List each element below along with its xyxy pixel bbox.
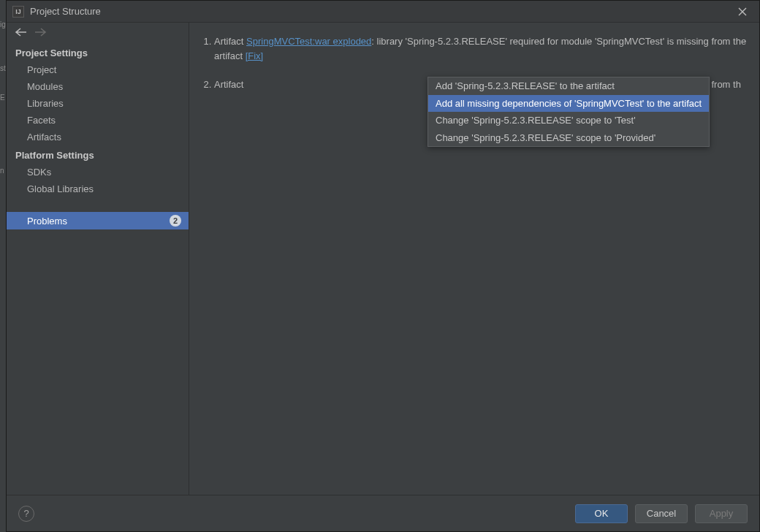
app-icon: IJ xyxy=(12,6,24,18)
fix-link[interactable]: [Fix] xyxy=(246,50,264,61)
sidebar-item-artifacts[interactable]: Artifacts xyxy=(7,129,189,145)
sidebar: Project Settings Project Modules Librari… xyxy=(7,23,189,495)
project-structure-dialog: IJ Project Structure Project Settings Pr… xyxy=(6,0,760,532)
artifact-link[interactable]: SpringMVCTest:war exploded xyxy=(246,36,371,47)
sidebar-item-label: Project xyxy=(27,64,56,75)
problems-count-badge: 2 xyxy=(170,215,181,227)
popup-item-add-all-missing[interactable]: Add all missing dependencies of 'SpringM… xyxy=(428,95,709,113)
sidebar-item-project[interactable]: Project xyxy=(7,61,189,78)
nav-forward-icon[interactable] xyxy=(34,27,48,39)
titlebar: IJ Project Structure xyxy=(7,1,759,23)
section-project-settings: Project Settings xyxy=(7,43,189,61)
problem-item-1: Artifact SpringMVCTest:war exploded: lib… xyxy=(214,34,749,63)
ok-button[interactable]: OK xyxy=(575,504,628,523)
sidebar-item-label: Modules xyxy=(27,81,63,92)
sidebar-item-libraries[interactable]: Libraries xyxy=(7,95,189,112)
sidebar-item-label: Facets xyxy=(27,115,56,126)
editor-gutter-remnant: ig st: E n xyxy=(0,0,6,532)
popup-item-add-library[interactable]: Add 'Spring-5.2.3.RELEASE' to the artifa… xyxy=(428,77,709,95)
sidebar-item-global-libraries[interactable]: Global Libraries xyxy=(7,180,189,197)
sidebar-item-problems[interactable]: Problems 2 xyxy=(7,212,189,229)
sidebar-item-modules[interactable]: Modules xyxy=(7,78,189,95)
sidebar-item-label: SDKs xyxy=(27,167,51,178)
dialog-footer: ? OK Cancel Apply xyxy=(7,495,759,531)
sidebar-item-label: Global Libraries xyxy=(27,183,94,194)
sidebar-item-label: Libraries xyxy=(27,98,64,109)
sidebar-item-label: Artifacts xyxy=(27,132,61,142)
problems-panel: Artifact SpringMVCTest:war exploded: lib… xyxy=(189,23,759,495)
sidebar-item-facets[interactable]: Facets xyxy=(7,112,189,129)
popup-item-scope-provided[interactable]: Change 'Spring-5.2.3.RELEASE' scope to '… xyxy=(428,129,709,147)
cancel-button[interactable]: Cancel xyxy=(635,504,688,523)
sidebar-item-label: Problems xyxy=(27,216,67,227)
window-title: Project Structure xyxy=(30,6,101,17)
popup-item-scope-test[interactable]: Change 'Spring-5.2.3.RELEASE' scope to '… xyxy=(428,112,709,129)
fix-popup: Add 'Spring-5.2.3.RELEASE' to the artifa… xyxy=(428,77,710,147)
nav-arrows xyxy=(7,23,189,43)
close-icon[interactable] xyxy=(732,1,753,23)
sidebar-item-sdks[interactable]: SDKs xyxy=(7,164,189,180)
help-icon[interactable]: ? xyxy=(18,506,34,522)
nav-back-icon[interactable] xyxy=(14,27,27,39)
section-platform-settings: Platform Settings xyxy=(7,145,189,164)
apply-button[interactable]: Apply xyxy=(695,504,748,523)
